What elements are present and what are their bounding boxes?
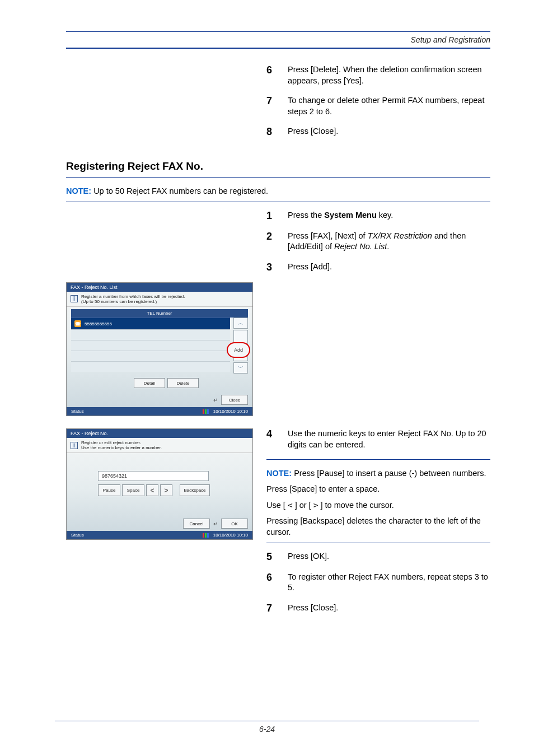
- step-number: 7: [266, 603, 278, 614]
- list-item[interactable]: ☎ 55555555555: [71, 318, 230, 329]
- status-timestamp: 10/10/2010 10:10: [213, 409, 248, 414]
- list-item: [71, 351, 230, 361]
- subsection-heading: Registering Reject FAX No.: [66, 160, 490, 172]
- cursor-left-button[interactable]: <: [146, 484, 158, 496]
- phone-icon: ☎: [74, 320, 81, 327]
- fax-reject-list-panel: FAX - Reject No. List i Register a numbe…: [66, 282, 253, 416]
- list-item: [71, 329, 230, 340]
- step-number: 2: [266, 231, 278, 253]
- status-label[interactable]: Status: [71, 409, 84, 414]
- reject-number-input[interactable]: 987654321: [98, 471, 209, 481]
- scroll-up-button[interactable]: ︿: [233, 318, 248, 329]
- list-item: [71, 361, 230, 372]
- return-icon: ↵: [213, 521, 218, 527]
- list-item: [71, 340, 230, 351]
- return-icon: ↵: [213, 397, 218, 403]
- step-text: Press [Delete]. When the deletion confir…: [288, 64, 490, 86]
- page-number: 6-24: [259, 725, 275, 734]
- add-button[interactable]: Add: [227, 342, 250, 358]
- step-number: 6: [266, 64, 278, 86]
- step-number: 1: [266, 210, 278, 222]
- panel-info-text: Register or edit reject number. Use the …: [81, 440, 162, 450]
- backspace-button[interactable]: Backspace: [180, 484, 210, 496]
- status-label[interactable]: Status: [71, 533, 84, 538]
- step-number: 5: [266, 551, 278, 563]
- panel-title: FAX - Reject No.: [67, 429, 252, 438]
- delete-button[interactable]: Delete: [167, 378, 199, 388]
- note-label: NOTE:: [66, 186, 91, 195]
- status-indicator-icon: [203, 533, 209, 538]
- status-indicator-icon: [203, 409, 209, 414]
- note-text: Pressing [Backspace] deletes the charact…: [266, 515, 490, 538]
- scroll-down-button[interactable]: ﹀: [233, 362, 248, 374]
- status-timestamp: 10/10/2010 10:10: [213, 533, 248, 538]
- fax-reject-entry-panel: FAX - Reject No. i Register or edit reje…: [66, 428, 253, 540]
- note-text: Press [Space] to enter a space.: [266, 483, 490, 494]
- step-number: 3: [266, 262, 278, 273]
- step-text: Press [OK].: [288, 551, 329, 563]
- step-text: To change or delete other Permit FAX num…: [288, 95, 490, 117]
- note-text: Press [Pause] to insert a pause (-) betw…: [294, 469, 486, 478]
- detail-button[interactable]: Detail: [134, 378, 165, 388]
- panel-info-text: Register a number from which faxes will …: [81, 294, 185, 304]
- step-number: 8: [266, 126, 278, 138]
- step-number: 6: [266, 572, 278, 594]
- step-text: To register other Reject FAX numbers, re…: [288, 572, 490, 594]
- note-label: NOTE:: [266, 469, 292, 478]
- step-text: Press [Add].: [288, 262, 332, 273]
- note-text: Up to 50 Reject FAX numbers can be regis…: [93, 186, 268, 195]
- panel-title: FAX - Reject No. List: [67, 283, 252, 292]
- step-number: 4: [266, 428, 278, 450]
- info-icon: i: [71, 442, 78, 449]
- step-text: Press [Close].: [288, 126, 338, 138]
- step-text: Press [Close].: [288, 603, 338, 614]
- step-text: Press the System Menu key.: [288, 210, 393, 222]
- cancel-button[interactable]: Cancel: [183, 519, 210, 529]
- tel-number-value: 55555555555: [85, 321, 112, 326]
- step-text: Use the numeric keys to enter Reject FAX…: [288, 428, 490, 450]
- space-button[interactable]: Space: [122, 484, 144, 496]
- step-number: 7: [266, 95, 278, 117]
- ok-button[interactable]: OK: [221, 519, 248, 529]
- info-icon: i: [71, 295, 78, 302]
- cursor-right-button[interactable]: >: [160, 484, 172, 496]
- pause-button[interactable]: Pause: [98, 484, 120, 496]
- note-text: Use [ < ] or [ > ] to move the cursor.: [266, 500, 490, 511]
- column-header: TEL Number: [71, 309, 248, 318]
- step-text: Press [FAX], [Next] of TX/RX Restriction…: [288, 231, 490, 253]
- close-button[interactable]: Close: [221, 395, 248, 405]
- page-section-title: Setup and Registration: [66, 35, 490, 44]
